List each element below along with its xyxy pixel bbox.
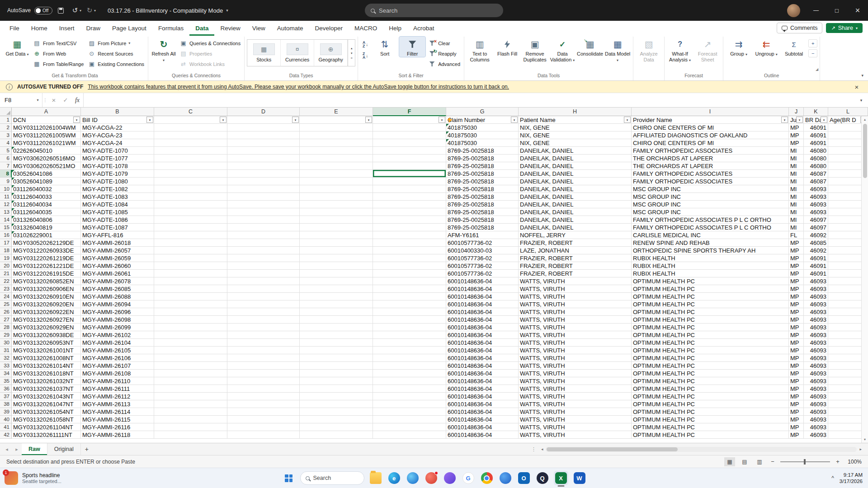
ribbon-tab-macro[interactable]: MACRO (349, 21, 383, 36)
cell[interactable]: 46093 (804, 408, 828, 416)
cell[interactable] (300, 277, 373, 285)
cell[interactable] (373, 155, 446, 162)
cell[interactable] (227, 231, 300, 239)
cell[interactable] (300, 247, 373, 254)
cell[interactable]: AFM-Y6161 (446, 231, 519, 239)
row-header[interactable]: 3 (0, 131, 12, 139)
cell[interactable]: 46093 (804, 431, 828, 439)
cell[interactable] (227, 285, 300, 293)
cell[interactable]: 8769-25-0025818 (446, 155, 519, 162)
cell[interactable]: MGY031320260927EN (12, 316, 81, 324)
taskbar-icon-outlook[interactable]: O (517, 471, 531, 485)
cell[interactable] (227, 224, 300, 231)
cell[interactable]: MI (789, 208, 804, 216)
cell[interactable] (227, 370, 300, 377)
cell[interactable]: 46093 (804, 324, 828, 331)
cell[interactable] (373, 408, 446, 416)
cell[interactable]: WATTS, VIRUTH (519, 316, 632, 324)
cell[interactable] (227, 385, 300, 393)
cell[interactable] (373, 385, 446, 393)
column-header-A[interactable]: A (12, 108, 81, 116)
cell[interactable]: WATTS, VIRUTH (519, 300, 632, 308)
cell[interactable]: MP (789, 254, 804, 262)
cell[interactable]: MGY031320261047NT (12, 400, 81, 408)
cell[interactable]: OPTIMUM HEALTH PC (632, 408, 789, 416)
cell[interactable]: 8769-25-0025818 (446, 147, 519, 155)
ribbon-tab-developer[interactable]: Developer (309, 21, 349, 36)
cell[interactable]: 8769-25-0025818 (446, 201, 519, 208)
cell[interactable]: OPTIMUM HEALTH PC (632, 423, 789, 431)
cell[interactable]: MGY031320261058NT (12, 416, 81, 423)
cell[interactable]: 46093 (804, 354, 828, 362)
cell[interactable]: WATTS, VIRUTH (519, 324, 632, 331)
column-header-F[interactable]: F (373, 108, 446, 116)
cell[interactable]: WATTS, VIRUTH (519, 308, 632, 316)
save-button[interactable] (54, 4, 67, 17)
cell[interactable] (154, 308, 227, 316)
cell[interactable]: MGY030620260521MO (12, 162, 81, 170)
ribbon-tab-formulas[interactable]: Formulas (152, 21, 189, 36)
cell[interactable]: MGY-ADTE-1080 (81, 178, 154, 185)
ribbon-tab-review[interactable]: Review (214, 21, 246, 36)
cell[interactable]: MGY031320261054NT (12, 408, 81, 416)
hide-detail-button[interactable]: − (808, 49, 817, 57)
taskbar-icon-app-purple[interactable] (443, 471, 457, 485)
row-header[interactable]: 28 (0, 324, 12, 331)
cell[interactable] (300, 193, 373, 201)
cell[interactable]: NIX, GENE (519, 124, 632, 131)
column-header-J[interactable]: J (789, 108, 804, 116)
row-header[interactable]: 24 (0, 293, 12, 300)
cell[interactable]: FAMILY ORTHOPEDIC ASSOCIATES (632, 178, 789, 185)
cell[interactable] (227, 316, 300, 324)
cell[interactable] (154, 262, 227, 270)
ribbon-tab-acrobat[interactable]: Acrobat (407, 21, 440, 36)
cell[interactable]: THE ORCHARDS AT LAPEER (632, 155, 789, 162)
cell[interactable] (300, 385, 373, 393)
cell[interactable] (373, 370, 446, 377)
cell[interactable]: MGY-AMMI-26106 (81, 354, 154, 362)
cell[interactable]: 60010577736-02 (446, 262, 519, 270)
row-header[interactable]: 4 (0, 139, 12, 147)
cell[interactable] (227, 308, 300, 316)
cell[interactable] (154, 370, 227, 377)
cell[interactable] (373, 316, 446, 324)
group-button[interactable]: Group ▾ (726, 37, 752, 57)
tray-chevron-icon[interactable]: ^ (831, 475, 834, 481)
cell[interactable] (300, 293, 373, 300)
cell[interactable]: RUBIX HEALTH (632, 254, 789, 262)
cell[interactable]: AFFILIATED DIAGNOSTICS OF OAKLAND (632, 131, 789, 139)
cell[interactable]: MGY-AMMI-26018 (81, 239, 154, 247)
advanced-button[interactable]: Advanced (427, 60, 462, 68)
cell[interactable]: MGY-AMMI-26085 (81, 285, 154, 293)
row-header[interactable]: 22 (0, 277, 12, 285)
header-cell-C[interactable] (154, 116, 227, 124)
normal-view-icon[interactable]: ▦ (724, 457, 735, 466)
cell[interactable] (154, 293, 227, 300)
cell[interactable]: 46093 (804, 339, 828, 347)
cell[interactable] (300, 216, 373, 224)
cell[interactable]: MI (789, 155, 804, 162)
cell[interactable] (227, 339, 300, 347)
row-header[interactable]: 14 (0, 216, 12, 224)
row-header[interactable]: 29 (0, 331, 12, 339)
cell[interactable]: OPTIMUM HEALTH PC (632, 416, 789, 423)
cell[interactable] (227, 362, 300, 370)
cell[interactable]: MGY-AFFL-816 (81, 231, 154, 239)
search-bar[interactable]: Search (365, 4, 503, 17)
gallery-more-button[interactable]: ▴▾≡ (348, 40, 355, 66)
cell[interactable]: 46093 (804, 331, 828, 339)
cell[interactable]: OPTIMUM HEALTH PC (632, 354, 789, 362)
cell[interactable] (373, 354, 446, 362)
ribbon-tab-file[interactable]: File (4, 21, 25, 36)
cell[interactable] (227, 239, 300, 247)
cell[interactable] (300, 262, 373, 270)
cell[interactable] (300, 131, 373, 139)
cell[interactable]: 46080 (804, 155, 828, 162)
cell[interactable] (154, 423, 227, 431)
cell[interactable]: MGY031320261043NT (12, 393, 81, 400)
cell[interactable] (227, 393, 300, 400)
cell[interactable]: 46097 (804, 216, 828, 224)
cell[interactable]: FAMILY ORTHOPEDIC ASSOCIATES P L C ORTHO (632, 224, 789, 231)
cell[interactable] (227, 254, 300, 262)
cell[interactable]: 031126040035 (12, 208, 81, 216)
